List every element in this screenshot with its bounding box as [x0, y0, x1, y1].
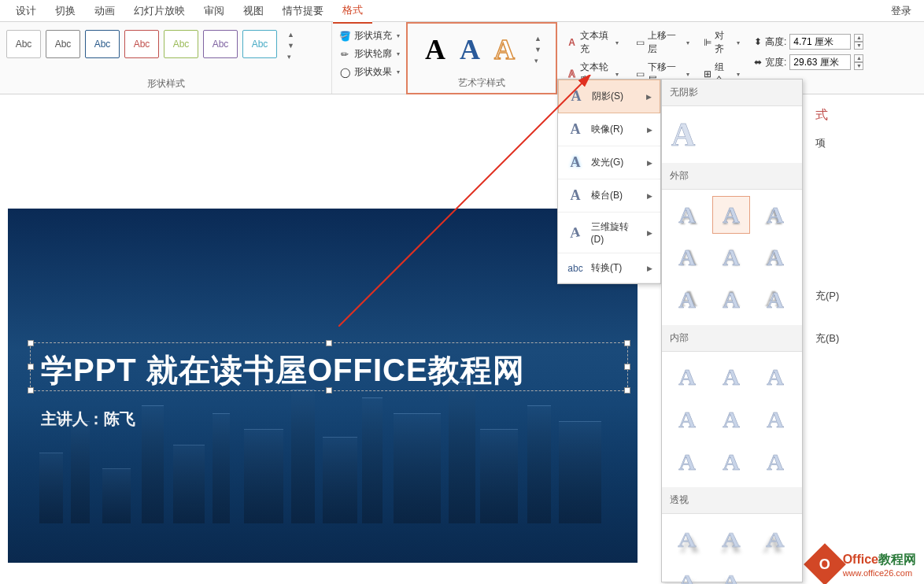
- group-icon: ⊞: [704, 68, 711, 79]
- format-pane-fill-p[interactable]: 充(P): [806, 283, 924, 309]
- perspective-shadow-2[interactable]: A: [712, 520, 750, 558]
- wordart-style-3[interactable]: A: [494, 33, 515, 66]
- tab-storyboard[interactable]: 情节提要: [273, 0, 333, 23]
- bring-forward-label: 上移一层: [648, 29, 682, 56]
- shape-styles-group: Abc Abc Abc Abc Abc Abc Abc ▲▼▾ 形状样式: [0, 22, 332, 94]
- fx-transform[interactable]: abc 转换(T) ▶: [558, 253, 660, 283]
- layer-up-icon: ▭: [636, 37, 645, 48]
- glow-icon: A: [566, 154, 585, 171]
- inner-shadow-4[interactable]: A: [668, 401, 706, 438]
- shape-outline-button[interactable]: ✏ 形状轮廓▾: [338, 45, 400, 63]
- perspective-shadow-5[interactable]: A: [712, 563, 750, 584]
- wordart-styles-label: 艺术字样式: [414, 75, 549, 91]
- text-fill-button[interactable]: A 文本填充▾: [564, 27, 622, 58]
- inner-shadow-7[interactable]: A: [668, 443, 706, 481]
- wordart-more[interactable]: ▲▼▾: [529, 34, 544, 65]
- outer-shadow-9[interactable]: A: [756, 281, 794, 319]
- shape-style-2[interactable]: Abc: [46, 30, 80, 58]
- fx-3d-rotation-label: 三维旋转(D): [591, 220, 641, 245]
- ribbon-tabs: 设计 切换 动画 幻灯片放映 审阅 视图 情节提要 格式 登录: [0, 0, 924, 22]
- perspective-shadow-1[interactable]: A: [668, 520, 706, 558]
- format-pane-item1[interactable]: 项: [806, 130, 924, 157]
- tab-animation[interactable]: 动画: [85, 0, 124, 23]
- wm-brand2: 教程网: [878, 553, 916, 566]
- login-link[interactable]: 登录: [891, 4, 924, 18]
- fx-reflection[interactable]: A 映像(R) ▶: [558, 113, 660, 146]
- align-button[interactable]: ⊫对齐▾: [704, 27, 740, 58]
- format-pane-fill-b[interactable]: 充(B): [806, 325, 924, 352]
- outer-shadow-8[interactable]: A: [712, 281, 750, 319]
- shape-styles-label: 形状样式: [6, 76, 325, 92]
- height-spinner[interactable]: ▲▼: [854, 34, 863, 50]
- wm-brand1: Office: [843, 553, 878, 566]
- fx-glow-label: 发光(G): [591, 156, 623, 169]
- inner-shadow-1[interactable]: A: [668, 358, 706, 396]
- shape-style-1[interactable]: Abc: [6, 30, 41, 58]
- effects-icon: ◯: [338, 66, 351, 79]
- inner-shadow-3[interactable]: A: [756, 358, 794, 396]
- fx-glow[interactable]: A 发光(G) ▶: [558, 146, 660, 179]
- tab-slideshow[interactable]: 幻灯片放映: [124, 0, 194, 23]
- tab-transition[interactable]: 切换: [46, 0, 85, 23]
- outer-shadow-7[interactable]: A: [668, 281, 706, 319]
- inner-shadow-6[interactable]: A: [756, 401, 794, 438]
- shape-style-more[interactable]: ▲▼▾: [282, 30, 297, 61]
- shape-style-7[interactable]: Abc: [242, 30, 277, 58]
- fx-transform-label: 转换(T): [591, 261, 622, 275]
- paint-bucket-icon: 🪣: [338, 30, 351, 43]
- size-group: ⬍ 高度: ▲▼ ⬌ 宽度: ▲▼: [749, 27, 868, 77]
- width-spinner[interactable]: ▲▼: [854, 54, 863, 70]
- align-icon: ⊫: [704, 37, 711, 48]
- fx-bevel[interactable]: A 棱台(B) ▶: [558, 179, 660, 213]
- shape-style-3[interactable]: Abc: [85, 30, 120, 58]
- height-input[interactable]: [789, 34, 851, 50]
- perspective-header: 透视: [662, 487, 802, 514]
- bevel-icon: A: [566, 187, 585, 204]
- skyline-decoration: [8, 382, 638, 523]
- slide-subtitle[interactable]: 主讲人：陈飞: [41, 408, 135, 430]
- shadow-gallery: 无阴影 A 外部 A A A A A A A A A 内部 A A A A A …: [661, 79, 803, 582]
- wm-url: www.office26.com: [843, 568, 916, 578]
- shape-effects-button[interactable]: ◯ 形状效果▾: [338, 63, 400, 81]
- outer-shadow-2[interactable]: A: [712, 196, 750, 234]
- format-pane-partial: 式 项 充(P) 充(B): [806, 101, 924, 352]
- wordart-style-1[interactable]: A: [425, 33, 445, 66]
- tab-view[interactable]: 视图: [234, 0, 273, 23]
- no-shadow-option[interactable]: A: [671, 116, 695, 153]
- shape-outline-label: 形状轮廓: [354, 47, 392, 61]
- fx-3d-rotation[interactable]: A 三维旋转(D) ▶: [558, 213, 660, 253]
- width-input[interactable]: [789, 54, 851, 70]
- shape-fill-label: 形状填充: [354, 29, 392, 43]
- outer-header: 外部: [662, 163, 802, 190]
- outer-shadow-5[interactable]: A: [712, 238, 750, 276]
- shape-style-6[interactable]: Abc: [203, 30, 238, 58]
- chevron-right-icon: ▶: [647, 126, 652, 134]
- fx-shadow[interactable]: A 阴影(S) ▶: [558, 79, 660, 113]
- shape-effects-label: 形状效果: [354, 65, 392, 79]
- tab-format[interactable]: 格式: [333, 0, 372, 24]
- shape-style-5[interactable]: Abc: [164, 30, 198, 58]
- outer-shadow-1[interactable]: A: [668, 196, 706, 234]
- shape-style-4[interactable]: Abc: [124, 30, 159, 58]
- inner-shadow-8[interactable]: A: [712, 443, 750, 481]
- shape-fill-button[interactable]: 🪣 形状填充▾: [338, 27, 400, 45]
- watermark-logo: O Office教程网 www.office26.com: [810, 549, 916, 579]
- tab-review[interactable]: 审阅: [194, 0, 234, 23]
- perspective-shadow-3[interactable]: A: [756, 520, 794, 558]
- outer-shadow-3[interactable]: A: [756, 196, 794, 234]
- bring-forward-button[interactable]: ▭上移一层▾: [636, 27, 689, 58]
- office-badge-icon: O: [804, 543, 846, 584]
- inner-shadow-9[interactable]: A: [756, 443, 794, 481]
- perspective-shadow-4[interactable]: A: [668, 563, 706, 584]
- outer-shadow-4[interactable]: A: [668, 238, 706, 276]
- tab-design[interactable]: 设计: [6, 0, 46, 23]
- slide-title[interactable]: 学PPT 就在读书屋OFFICE教程网: [41, 349, 525, 392]
- wordart-style-2[interactable]: A: [460, 33, 480, 66]
- slide[interactable]: 学PPT 就在读书屋OFFICE教程网 主讲人：陈飞: [8, 209, 638, 563]
- outer-shadow-6[interactable]: A: [756, 238, 794, 276]
- no-shadow-header: 无阴影: [662, 79, 802, 106]
- inner-shadow-2[interactable]: A: [712, 358, 750, 396]
- chevron-right-icon: ▶: [646, 93, 652, 101]
- text-fill-label: 文本填充: [580, 29, 611, 56]
- inner-shadow-5[interactable]: A: [712, 401, 750, 438]
